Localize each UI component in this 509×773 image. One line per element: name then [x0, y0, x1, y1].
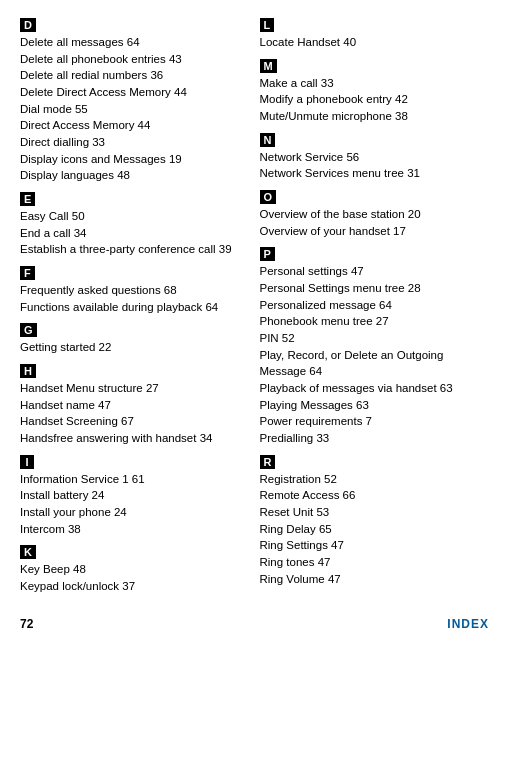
index-entry: Handsfree answering with handset 34	[20, 430, 250, 447]
index-entry: Handset Screening 67	[20, 413, 250, 430]
section-header-l: L	[260, 18, 275, 32]
index-entry: Direct dialling 33	[20, 134, 250, 151]
index-section-m: MMake a call 33Modify a phonebook entry …	[260, 59, 490, 125]
index-section-p: PPersonal settings 47Personal Settings m…	[260, 247, 490, 446]
section-header-h: H	[20, 364, 36, 378]
index-entry: Handset name 47	[20, 397, 250, 414]
index-entry: Delete all messages 64	[20, 34, 250, 51]
index-entry: Reset Unit 53	[260, 504, 490, 521]
index-entry: Predialling 33	[260, 430, 490, 447]
index-entry: Dial mode 55	[20, 101, 250, 118]
index-entry: Install your phone 24	[20, 504, 250, 521]
index-entry: Power requirements 7	[260, 413, 490, 430]
left-column: DDelete all messages 64Delete all phoneb…	[20, 18, 260, 603]
index-entry: Registration 52	[260, 471, 490, 488]
index-section-i: IInformation Service 1 61Install battery…	[20, 455, 250, 538]
index-entry: Personalized message 64	[260, 297, 490, 314]
index-entry: Network Service 56	[260, 149, 490, 166]
section-header-p: P	[260, 247, 275, 261]
index-section-o: OOverview of the base station 20Overview…	[260, 190, 490, 239]
index-section-e: EEasy Call 50End a call 34Establish a th…	[20, 192, 250, 258]
index-entry: PIN 52	[260, 330, 490, 347]
index-entry: Overview of your handset 17	[260, 223, 490, 240]
right-column: LLocate Handset 40MMake a call 33Modify …	[260, 18, 490, 603]
index-section-l: LLocate Handset 40	[260, 18, 490, 51]
index-section-g: GGetting started 22	[20, 323, 250, 356]
section-header-o: O	[260, 190, 277, 204]
index-entry: Information Service 1 61	[20, 471, 250, 488]
index-entry: Functions available during playback 64	[20, 299, 250, 316]
index-entry: End a call 34	[20, 225, 250, 242]
index-entry: Display languages 48	[20, 167, 250, 184]
index-entry: Play, Record, or Delete an Outgoing	[260, 347, 490, 364]
index-entry: Establish a three-party conference call …	[20, 241, 250, 258]
section-header-m: M	[260, 59, 277, 73]
index-entry: Locate Handset 40	[260, 34, 490, 51]
index-entry: Ring Settings 47	[260, 537, 490, 554]
index-entry: Keypad lock/unlock 37	[20, 578, 250, 595]
index-entry: Network Services menu tree 31	[260, 165, 490, 182]
index-entry: Easy Call 50	[20, 208, 250, 225]
index-section-f: FFrequently asked questions 68Functions …	[20, 266, 250, 315]
index-section-h: HHandset Menu structure 27Handset name 4…	[20, 364, 250, 447]
index-entry: Personal settings 47	[260, 263, 490, 280]
index-entry: Getting started 22	[20, 339, 250, 356]
index-label: INDEX	[447, 617, 489, 631]
index-entry: Display icons and Messages 19	[20, 151, 250, 168]
section-header-n: N	[260, 133, 276, 147]
index-entry: Intercom 38	[20, 521, 250, 538]
index-columns: DDelete all messages 64Delete all phoneb…	[20, 18, 489, 603]
page: DDelete all messages 64Delete all phoneb…	[20, 18, 489, 631]
index-entry: Modify a phonebook entry 42	[260, 91, 490, 108]
index-entry: Direct Access Memory 44	[20, 117, 250, 134]
section-header-f: F	[20, 266, 35, 280]
index-entry: Key Beep 48	[20, 561, 250, 578]
index-entry: Make a call 33	[260, 75, 490, 92]
index-entry: Overview of the base station 20	[260, 206, 490, 223]
index-entry: Frequently asked questions 68	[20, 282, 250, 299]
section-header-d: D	[20, 18, 36, 32]
index-entry: Handset Menu structure 27	[20, 380, 250, 397]
index-entry: Ring tones 47	[260, 554, 490, 571]
index-entry: Playback of messages via handset 63	[260, 380, 490, 397]
page-footer: 72 INDEX	[20, 613, 489, 631]
section-header-k: K	[20, 545, 36, 559]
index-entry: Delete all redial numbers 36	[20, 67, 250, 84]
index-entry: Message 64	[260, 363, 490, 380]
index-entry: Personal Settings menu tree 28	[260, 280, 490, 297]
section-header-i: I	[20, 455, 34, 469]
index-entry: Phonebook menu tree 27	[260, 313, 490, 330]
section-header-g: G	[20, 323, 37, 337]
index-entry: Playing Messages 63	[260, 397, 490, 414]
index-entry: Delete Direct Access Memory 44	[20, 84, 250, 101]
index-section-d: DDelete all messages 64Delete all phoneb…	[20, 18, 250, 184]
section-header-r: R	[260, 455, 276, 469]
index-entry: Delete all phonebook entries 43	[20, 51, 250, 68]
index-entry: Ring Delay 65	[260, 521, 490, 538]
index-entry: Ring Volume 47	[260, 571, 490, 588]
section-header-e: E	[20, 192, 35, 206]
index-entry: Mute/Unmute microphone 38	[260, 108, 490, 125]
index-entry: Remote Access 66	[260, 487, 490, 504]
index-entry: Install battery 24	[20, 487, 250, 504]
index-section-r: RRegistration 52Remote Access 66Reset Un…	[260, 455, 490, 588]
index-section-n: NNetwork Service 56Network Services menu…	[260, 133, 490, 182]
index-section-k: KKey Beep 48Keypad lock/unlock 37	[20, 545, 250, 594]
page-number: 72	[20, 617, 33, 631]
